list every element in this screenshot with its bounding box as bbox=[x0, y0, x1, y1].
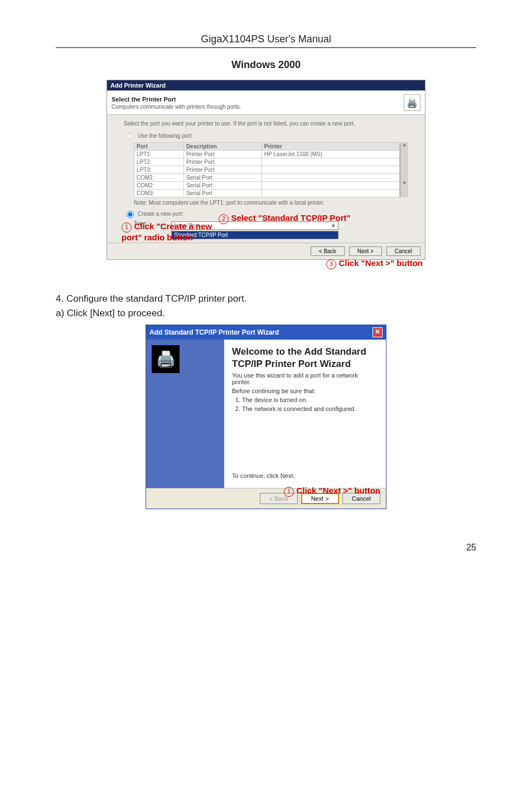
cell: Printer Port bbox=[183, 151, 262, 158]
col-port: Port bbox=[134, 143, 184, 151]
anno-text-3: Click "Next >" button bbox=[339, 258, 423, 268]
ports-table[interactable]: Port Description Printer LPT1:Printer Po… bbox=[134, 142, 400, 197]
type-label: Type: bbox=[134, 220, 147, 226]
dropdown-option-local: Local Port bbox=[174, 223, 199, 229]
back-button[interactable]: < Back bbox=[311, 246, 345, 256]
cell bbox=[262, 190, 400, 197]
prereq-2: The network is connected and configured. bbox=[242, 405, 378, 412]
cell: HP LaserJet 1100 (MS) bbox=[262, 151, 400, 158]
port-type-dropdown-selected[interactable]: Standard TCP/IP Port bbox=[171, 231, 338, 239]
dropdown-selected-label: Standard TCP/IP Port bbox=[174, 232, 228, 238]
cancel-button[interactable]: Cancel bbox=[386, 246, 420, 256]
close-icon[interactable]: ✕ bbox=[373, 327, 383, 337]
wizard-header: Select the Printer Port Computers commun… bbox=[107, 90, 425, 115]
cell: LPT1: bbox=[134, 151, 184, 158]
create-new-port-radio[interactable] bbox=[127, 211, 134, 218]
cell: Serial Port bbox=[183, 190, 262, 197]
cell bbox=[262, 174, 400, 182]
continue-hint: To continue, click Next. bbox=[232, 472, 378, 479]
cell: COM1: bbox=[134, 174, 184, 182]
port-type-dropdown[interactable]: Local Port ▼ bbox=[171, 221, 338, 230]
window-title: Add Printer Wizard bbox=[107, 80, 425, 90]
wizard-title: Select the Printer Port bbox=[112, 96, 241, 103]
chevron-down-icon: ▼ bbox=[331, 223, 336, 229]
note-text: Note: Most computers use the LPT1: port … bbox=[134, 200, 408, 206]
cell: LPT3: bbox=[134, 166, 184, 174]
wizard-heading-line1: Welcome to the Add Standard bbox=[232, 346, 378, 357]
cell: Serial Port bbox=[183, 182, 262, 190]
header-rule bbox=[56, 47, 476, 48]
col-printer: Printer bbox=[262, 143, 400, 151]
printer-icon: 🖨️ bbox=[152, 345, 180, 373]
wizard-heading-line2: TCP/IP Printer Port Wizard bbox=[232, 359, 378, 370]
cancel-button[interactable]: Cancel bbox=[342, 493, 380, 504]
col-desc: Description bbox=[183, 143, 262, 151]
cell: COM2: bbox=[134, 182, 184, 190]
step-4-text: 4. Configure the standard TCP/IP printer… bbox=[56, 293, 476, 304]
before-continuing-label: Before continuing be sure that: bbox=[232, 388, 378, 394]
cell bbox=[262, 182, 400, 190]
wizard-intro: You use this wizard to add a port for a … bbox=[232, 372, 378, 385]
anno-marker-3: 3 bbox=[326, 259, 336, 269]
page-header: GigaX1104PS User's Manual bbox=[56, 33, 476, 45]
scrollbar[interactable]: ▲ ▼ bbox=[400, 142, 408, 197]
cell: Printer Port bbox=[183, 166, 262, 174]
cell: LPT2: bbox=[134, 158, 184, 166]
instruction-text: Select the port you want your printer to… bbox=[124, 120, 408, 127]
cell: Printer Port bbox=[183, 158, 262, 166]
window-title: Add Standard TCP/IP Printer Port Wizard bbox=[149, 328, 279, 336]
next-button[interactable]: Next > bbox=[349, 246, 382, 256]
cell: COM3: bbox=[134, 190, 184, 197]
use-following-port-radio[interactable] bbox=[127, 133, 134, 140]
wizard-subtitle: Computers communicate with printers thro… bbox=[112, 104, 241, 110]
prereq-1: The device is turned on. bbox=[242, 396, 378, 403]
screenshot-add-printer-wizard: Add Printer Wizard Select the Printer Po… bbox=[107, 80, 425, 260]
cell bbox=[262, 166, 400, 174]
section-title: Windows 2000 bbox=[56, 59, 476, 71]
wizard-sidebar: 🖨️ bbox=[146, 340, 224, 488]
cell: Serial Port bbox=[183, 174, 262, 182]
cell bbox=[262, 158, 400, 166]
step-4a-text: a) Click [Next] to proceed. bbox=[56, 308, 476, 319]
back-button[interactable]: < Back bbox=[260, 493, 298, 504]
next-button[interactable]: Next > bbox=[301, 493, 339, 504]
use-following-port-label: Use the following port: bbox=[138, 133, 193, 139]
printer-icon: 🖨️ bbox=[404, 94, 420, 111]
page-number: 25 bbox=[56, 543, 476, 553]
create-new-port-label: Create a new port: bbox=[138, 211, 183, 217]
screenshot-tcpip-port-wizard: Add Standard TCP/IP Printer Port Wizard … bbox=[146, 325, 386, 509]
